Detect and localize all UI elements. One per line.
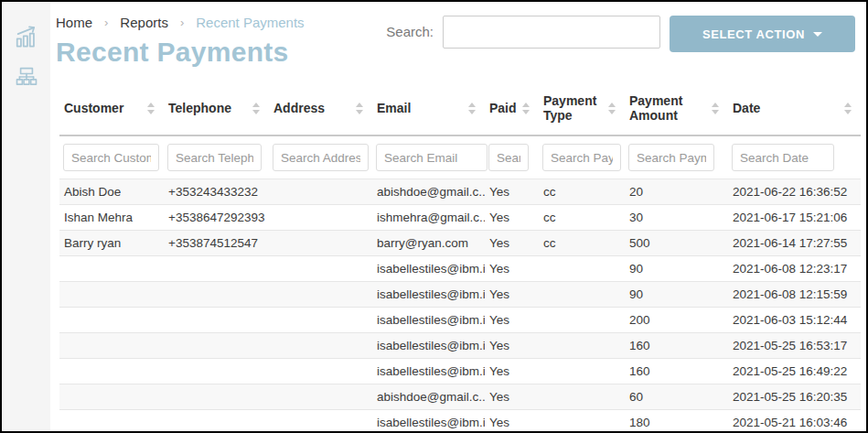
search-input[interactable] [443,16,660,49]
chart-trend-icon[interactable] [14,24,39,49]
cell-payment_amount: 90 [625,256,728,282]
cell-telephone [164,256,269,282]
breadcrumb-reports[interactable]: Reports [120,15,168,30]
sort-icon[interactable] [522,103,530,114]
sort-icon[interactable] [844,103,852,114]
cell-paid: Yes [485,384,539,410]
cell-address [269,256,372,282]
cell-customer [59,359,164,384]
select-action-button[interactable]: SELECT ACTION [670,16,855,52]
cell-payment_type [539,333,625,359]
payments-table: CustomerTelephoneAddressEmailPaidPayment… [59,82,861,431]
cell-payment_amount: 90 [625,282,728,308]
column-header-customer[interactable]: Customer [59,82,164,135]
table-row: isabellestiles@ibm.ieYes1802021-05-21 16… [59,410,861,432]
caret-down-icon [813,32,822,37]
cell-date: 2021-05-25 16:49:22 [728,359,861,384]
column-header-telephone[interactable]: Telephone [164,82,269,135]
table-row: isabellestiles@ibm.ieYes902021-06-08 12:… [59,282,861,308]
filter-input-payment_amount[interactable] [628,144,714,171]
table-head-row: CustomerTelephoneAddressEmailPaidPayment… [59,82,861,135]
filter-input-email[interactable] [376,144,488,171]
column-label-date: Date [733,101,760,115]
cell-payment_amount: 180 [625,410,728,432]
cell-payment_amount: 160 [625,359,728,384]
cell-email: isabellestiles@ibm.ie [372,410,485,432]
filter-cell-payment_type [539,135,625,179]
column-header-payment_type[interactable]: Payment Type [539,82,625,135]
breadcrumb-current: Recent Payments [196,15,304,30]
cell-email: abishdoe@gmail.c... [372,384,485,410]
cell-email: barry@ryan.com [372,231,485,256]
main-content: Home › Reports › Recent Payments Recent … [50,2,866,431]
breadcrumb: Home › Reports › Recent Payments [56,15,305,30]
filter-input-customer[interactable] [63,144,159,171]
table-row: abishdoe@gmail.c...Yes602021-05-25 16:20… [59,384,861,410]
cell-address [269,308,372,333]
cell-customer [59,282,164,308]
select-action-label: SELECT ACTION [702,27,805,41]
column-header-payment_amount[interactable]: Payment Amount [625,82,728,135]
cell-date: 2021-05-21 16:03:46 [728,410,861,432]
table-row: isabellestiles@ibm.ieYes902021-06-08 12:… [59,256,861,282]
filter-input-date[interactable] [732,144,834,171]
app-window: Home › Reports › Recent Payments Recent … [0,0,868,433]
column-header-email[interactable]: Email [372,82,485,135]
search-label: Search: [386,16,434,49]
cell-paid: Yes [485,333,539,359]
cell-telephone: +3538647292393 [164,205,269,231]
table-row: isabellestiles@ibm.ieYes1602021-05-25 16… [59,359,861,384]
filter-input-telephone[interactable] [167,144,262,171]
column-header-paid[interactable]: Paid [485,82,539,135]
column-header-address[interactable]: Address [269,82,372,135]
sort-icon[interactable] [608,103,616,114]
sort-icon[interactable] [252,103,260,114]
filter-input-paid[interactable] [488,144,529,171]
sort-icon[interactable] [356,103,363,114]
cell-payment_amount: 20 [625,179,728,205]
cell-payment_type [539,410,625,432]
cell-address [269,410,372,432]
cell-paid: Yes [485,231,539,256]
filter-cell-paid [485,135,539,179]
cell-date: 2021-06-08 12:15:59 [728,282,861,308]
cell-address [269,231,372,256]
cell-date: 2021-06-17 15:21:06 [728,205,861,231]
filter-cell-email [372,135,485,179]
cell-customer: Abish Doe [59,179,164,205]
page-title: Recent Payments [56,37,305,68]
column-label-telephone: Telephone [168,101,231,115]
cell-payment_type: cc [539,231,625,256]
cell-payment_amount: 30 [625,205,728,231]
cell-paid: Yes [485,359,539,384]
cell-email: isabellestiles@ibm.ie [372,333,485,359]
cell-telephone: +353243433232 [164,179,269,205]
cell-paid: Yes [485,308,539,333]
breadcrumb-home[interactable]: Home [56,15,92,30]
cell-date: 2021-06-14 17:27:55 [728,231,861,256]
cell-paid: Yes [485,282,539,308]
cell-date: 2021-06-08 12:23:17 [728,256,861,282]
sort-icon[interactable] [468,103,476,114]
column-label-customer: Customer [64,101,123,115]
cell-address [269,205,372,231]
cell-email: isabellestiles@ibm.ie [372,308,485,333]
filter-cell-date [728,135,861,179]
sitemap-icon[interactable] [14,64,39,90]
cell-customer [59,384,164,410]
filter-cell-telephone [164,135,269,179]
column-header-date[interactable]: Date [728,82,861,135]
column-label-paid: Paid [489,101,517,115]
cell-customer [59,256,164,282]
sort-icon[interactable] [147,103,155,114]
sort-icon[interactable] [712,103,719,114]
cell-email: ishmehra@gmail.c... [372,205,485,231]
topbar: Home › Reports › Recent Payments Recent … [56,15,855,68]
table-filter-row [59,135,861,179]
sidebar [2,2,50,431]
filter-input-address[interactable] [273,144,369,171]
filter-input-payment_type[interactable] [542,144,621,171]
cell-telephone [164,282,269,308]
cell-payment_amount: 500 [625,231,728,256]
cell-address [269,333,372,359]
